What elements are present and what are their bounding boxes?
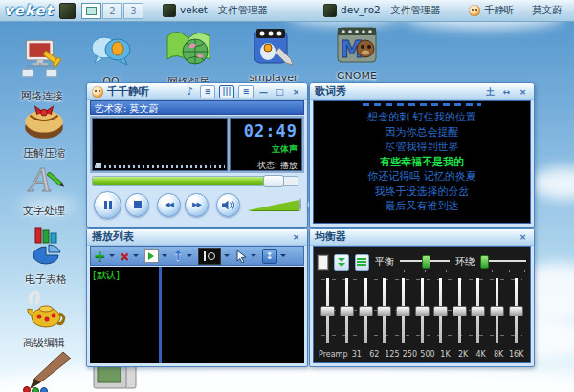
eq-band-slider-250[interactable]	[394, 278, 413, 343]
balance-slider[interactable]	[400, 254, 450, 270]
playlist-groups-panel[interactable]: [默认]	[90, 267, 159, 363]
svg-text:A: A	[28, 161, 52, 199]
eq-slider-thumb[interactable]	[320, 306, 335, 316]
eq-slider-thumb[interactable]	[396, 306, 410, 316]
playlist-songs-panel[interactable]	[162, 267, 304, 363]
dropdown-arrow-icon[interactable]	[109, 254, 115, 257]
eq-slider-thumb[interactable]	[415, 306, 430, 316]
desktop-icon-spreadsheet[interactable]: 电子表格	[11, 226, 80, 287]
lyrics-toggle-button[interactable]: ≡	[238, 85, 254, 98]
eq-enable-checkbox[interactable]	[318, 255, 328, 270]
find-button[interactable]	[198, 248, 230, 265]
sort-button[interactable]: ↕	[262, 249, 286, 264]
window-mini-icon	[86, 7, 97, 15]
taskbar-window-player[interactable]: 千静听	[469, 3, 515, 18]
minimize-button[interactable]: —	[257, 86, 270, 98]
dropdown-arrow-icon[interactable]	[280, 254, 286, 257]
taskbar-window-file-manager-1[interactable]: veket - 文件管理器	[163, 3, 268, 18]
desktop-icon-gnome[interactable]: M GNOME	[327, 25, 386, 82]
plus-icon: +	[94, 250, 106, 263]
taskbar-launcher-icon[interactable]	[59, 3, 76, 19]
desktop-icon-qq[interactable]: QQ	[84, 33, 138, 88]
add-button[interactable]: +	[94, 250, 115, 263]
player-display: 02:49 立体声 状态: 播放	[90, 116, 304, 173]
remove-button[interactable]: ×	[121, 250, 139, 263]
surround-thumb[interactable]	[480, 255, 489, 269]
equalizer-toggle-button[interactable]: |||	[219, 85, 234, 98]
taskbar-window-file-manager-2[interactable]: dev_ro2 - 文件管理器	[323, 3, 441, 18]
player-titlebar[interactable]: 千千静听 ♪ ≡ ||| ≡ — □ ×	[87, 83, 307, 100]
volume-thumb[interactable]	[299, 198, 301, 211]
eq-band-slider-31[interactable]	[338, 278, 357, 343]
previous-button[interactable]: ◀◀	[157, 193, 181, 217]
next-button[interactable]: ▶▶	[185, 193, 209, 217]
dropdown-arrow-icon[interactable]	[133, 254, 139, 257]
eq-preset-button[interactable]	[334, 254, 348, 271]
taskbar-window-song[interactable]: 莫文蔚	[532, 3, 574, 18]
move-up-button[interactable]: ↑	[173, 249, 192, 263]
desktop-icon-advanced-editor[interactable]: 高级编辑	[10, 287, 78, 350]
equalizer-titlebar[interactable]: 均衡器 ×	[310, 229, 534, 246]
desktop-icon-smplayer[interactable]: smplayer	[241, 27, 306, 84]
eq-slider-thumb[interactable]	[340, 306, 354, 316]
workspace-3[interactable]: 3	[123, 3, 144, 19]
play-file-button[interactable]	[144, 249, 167, 263]
artist-marquee: 艺术家: 莫文蔚	[90, 100, 304, 115]
workspace-2[interactable]: 2	[102, 3, 122, 19]
eq-band-slider-preamp[interactable]	[319, 278, 338, 343]
veket-menu-button[interactable]: veket	[4, 2, 54, 19]
volume-slider[interactable]	[248, 200, 299, 210]
close-button[interactable]: ×	[517, 86, 529, 98]
desktop-icon-archive[interactable]: 压解压缩	[10, 99, 78, 161]
select-button[interactable]	[235, 250, 256, 263]
dropdown-arrow-icon[interactable]	[224, 254, 230, 257]
mode-button[interactable]: □	[274, 86, 286, 98]
workspace-1[interactable]	[81, 3, 101, 19]
playlist-group-default[interactable]: [默认]	[93, 270, 120, 280]
play-file-icon	[144, 249, 159, 263]
eq-band-slider-2k[interactable]	[450, 278, 469, 343]
artist-text: 艺术家: 莫文蔚	[95, 103, 159, 114]
eq-slider-thumb[interactable]	[433, 306, 448, 316]
close-button[interactable]: ×	[517, 231, 529, 243]
eq-band-slider-125[interactable]	[375, 278, 394, 343]
seek-bar[interactable]	[92, 176, 298, 186]
visualization-panel[interactable]	[92, 118, 228, 171]
equalizer-panel: 平衡 环绕	[313, 246, 531, 363]
dropdown-arrow-icon[interactable]	[162, 254, 167, 257]
eq-band-slider-62[interactable]	[356, 278, 375, 343]
dropdown-arrow-icon[interactable]	[251, 254, 256, 257]
close-button[interactable]: ×	[290, 86, 302, 98]
player-title: 千千静听	[107, 84, 149, 98]
stop-button[interactable]	[125, 193, 149, 217]
surround-slider[interactable]	[480, 254, 526, 270]
always-on-top-icon[interactable]: 土	[484, 86, 497, 98]
detach-lyrics-icon[interactable]: ↔	[500, 86, 513, 98]
playlist-titlebar[interactable]: 播放列表 ×	[87, 229, 307, 246]
eq-band-slider-16k[interactable]	[506, 278, 525, 343]
eq-slider-thumb[interactable]	[453, 306, 467, 316]
eq-menu-button[interactable]	[355, 254, 369, 271]
eq-slider-thumb[interactable]	[509, 306, 523, 316]
dropdown-arrow-icon[interactable]	[187, 254, 192, 257]
eq-slider-thumb[interactable]	[359, 306, 373, 316]
pause-button[interactable]	[94, 191, 121, 219]
eq-band-slider-4k[interactable]	[469, 278, 488, 343]
eq-slider-thumb[interactable]	[490, 306, 504, 316]
lyrics-titlebar[interactable]: 歌词秀 土 ↔ ×	[310, 83, 534, 100]
eq-slider-thumb[interactable]	[377, 306, 391, 316]
eq-band-slider-8k[interactable]	[488, 278, 507, 343]
desktop-icon-word-processor[interactable]: A 文字处理	[10, 159, 78, 218]
eq-band-slider-500[interactable]	[412, 278, 431, 343]
lyrics-panel[interactable]: 想念的刺 钉住我的位置 因为你总会提醒 尽管我得到世界 有些幸福不是我的 你还记…	[313, 100, 531, 224]
main-menu-note-icon[interactable]: ♪	[184, 86, 196, 98]
desktop-icon-paint[interactable]	[6, 350, 82, 392]
eq-band-slider-1k[interactable]	[431, 278, 451, 343]
balance-thumb[interactable]	[422, 255, 430, 269]
mute-button[interactable]	[216, 193, 240, 217]
eq-slider-thumb[interactable]	[471, 306, 485, 316]
desktop-icon-network-connection[interactable]: 网络连接	[8, 36, 77, 103]
desktop-icon-network-places[interactable]: 网络邻居	[155, 27, 222, 90]
close-button[interactable]: ×	[290, 231, 302, 243]
playlist-toggle-button[interactable]: ≡	[200, 85, 215, 98]
